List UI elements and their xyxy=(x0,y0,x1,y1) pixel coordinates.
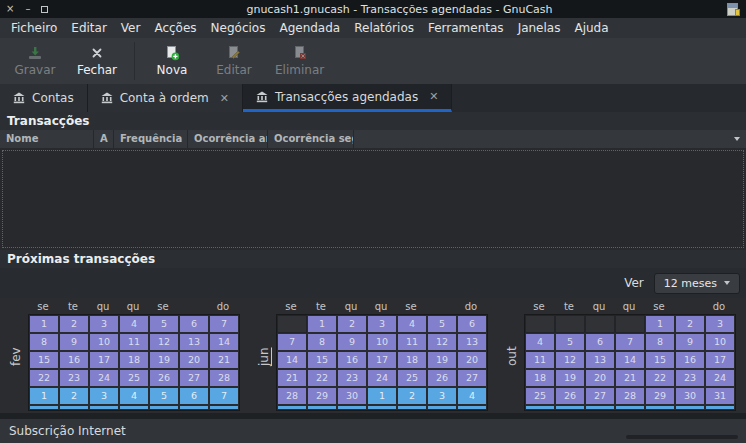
tab-transaccoes-agendadas[interactable]: Transacções agendadas ✕ xyxy=(243,84,452,112)
calendar-day-cell[interactable]: 13 xyxy=(179,333,209,351)
calendar-day-cell[interactable]: 14 xyxy=(615,351,645,369)
calendar-day-cell[interactable]: 2 xyxy=(59,315,89,333)
calendar-day-cell[interactable]: 6 xyxy=(179,387,209,405)
calendar-day-cell[interactable]: 15 xyxy=(29,351,59,369)
calendar-day-cell[interactable]: 22 xyxy=(307,369,337,387)
calendar-day-cell[interactable]: 3 xyxy=(705,315,735,333)
calendar-day-cell[interactable]: 19 xyxy=(149,351,179,369)
calendar-day-cell[interactable]: 1 xyxy=(29,387,59,405)
calendar-day-cell[interactable]: 12 xyxy=(555,351,585,369)
calendar-day-cell[interactable]: 15 xyxy=(645,351,675,369)
calendar-day-cell[interactable]: 18 xyxy=(397,351,427,369)
calendar-day-cell[interactable]: 11 xyxy=(397,333,427,351)
menu-ferramentas[interactable]: Ferramentas xyxy=(421,18,511,38)
calendar-day-cell[interactable]: 23 xyxy=(59,369,89,387)
calendar-day-cell[interactable]: 6 xyxy=(457,315,487,333)
calendar-day-cell[interactable]: 28 xyxy=(277,387,307,405)
calendar-day-cell[interactable]: 22 xyxy=(645,369,675,387)
new-transaction-button[interactable]: Nova xyxy=(141,38,203,84)
calendar-day-cell[interactable]: 24 xyxy=(89,369,119,387)
column-header-a[interactable]: A xyxy=(94,130,114,148)
window-minimize-button[interactable]: – xyxy=(25,4,30,14)
calendar-day-cell[interactable]: 17 xyxy=(367,351,397,369)
calendar-day-cell[interactable]: 26 xyxy=(427,369,457,387)
calendar-day-cell[interactable]: 25 xyxy=(525,387,555,405)
calendar-day-cell[interactable]: 19 xyxy=(427,351,457,369)
tab-close-icon[interactable]: ✕ xyxy=(429,90,438,103)
calendar-day-cell[interactable]: 22 xyxy=(29,369,59,387)
calendar-day-cell[interactable]: 4 xyxy=(457,387,487,405)
tab-close-icon[interactable]: ✕ xyxy=(220,92,229,105)
calendar-day-cell[interactable]: 15 xyxy=(307,351,337,369)
calendar-day-cell[interactable]: 5 xyxy=(149,315,179,333)
transactions-list[interactable] xyxy=(0,148,746,250)
tab-contas[interactable]: Contas xyxy=(0,84,88,112)
close-tab-button[interactable]: Fechar xyxy=(66,38,128,84)
calendar-day-cell[interactable]: 21 xyxy=(277,369,307,387)
calendar-day-cell[interactable]: 4 xyxy=(119,387,149,405)
menu-editar[interactable]: Editar xyxy=(64,18,114,38)
calendar-day-cell[interactable]: 17 xyxy=(705,351,735,369)
calendar-day-cell[interactable]: 28 xyxy=(209,369,239,387)
calendar-day-cell[interactable]: 11 xyxy=(525,351,555,369)
calendar-day-cell[interactable]: 2 xyxy=(675,315,705,333)
calendar-day-cell[interactable]: 6 xyxy=(585,333,615,351)
calendar-day-cell[interactable]: 23 xyxy=(337,369,367,387)
calendar-day-cell[interactable]: 14 xyxy=(209,333,239,351)
calendar-day-cell[interactable]: 21 xyxy=(615,369,645,387)
calendar-day-cell[interactable]: 3 xyxy=(89,387,119,405)
calendar-day-cell[interactable]: 10 xyxy=(705,333,735,351)
column-header-nome[interactable]: Nome xyxy=(0,130,94,148)
calendar-day-cell[interactable]: 27 xyxy=(585,387,615,405)
calendar-day-cell[interactable]: 30 xyxy=(337,387,367,405)
column-header-frequencia[interactable]: Frequência xyxy=(114,130,188,148)
calendar-day-cell[interactable]: 29 xyxy=(645,387,675,405)
calendar-day-cell[interactable]: 24 xyxy=(705,369,735,387)
calendar-day-cell[interactable]: 30 xyxy=(675,387,705,405)
calendar-day-cell[interactable]: 11 xyxy=(119,333,149,351)
calendar-day-cell[interactable]: 25 xyxy=(119,369,149,387)
window-maximize-button[interactable] xyxy=(41,6,48,13)
calendar-day-cell[interactable]: 5 xyxy=(427,315,457,333)
menu-ver[interactable]: Ver xyxy=(114,18,148,38)
calendar-day-cell[interactable]: 16 xyxy=(337,351,367,369)
calendar-day-cell[interactable]: 20 xyxy=(457,351,487,369)
calendar-day-cell[interactable]: 21 xyxy=(209,351,239,369)
calendar-day-cell[interactable]: 4 xyxy=(525,333,555,351)
calendar-day-cell[interactable]: 25 xyxy=(397,369,427,387)
calendar-day-cell[interactable]: 2 xyxy=(397,387,427,405)
calendar-day-cell[interactable]: 5 xyxy=(149,387,179,405)
calendar-day-cell[interactable]: 7 xyxy=(615,333,645,351)
horizontal-scrollbar[interactable] xyxy=(626,435,738,439)
calendar-day-cell[interactable]: 13 xyxy=(457,333,487,351)
calendar-day-cell[interactable]: 24 xyxy=(367,369,397,387)
calendar-day-cell[interactable]: 12 xyxy=(427,333,457,351)
menu-ficheiro[interactable]: Ficheiro xyxy=(4,18,64,38)
menu-ajuda[interactable]: Ajuda xyxy=(567,18,615,38)
calendar-day-cell[interactable]: 13 xyxy=(585,351,615,369)
calendar-day-cell[interactable]: 3 xyxy=(89,315,119,333)
calendar-day-cell[interactable]: 27 xyxy=(457,369,487,387)
calendar-day-cell[interactable]: 28 xyxy=(615,387,645,405)
delete-transaction-button[interactable]: Eliminar xyxy=(265,38,334,84)
calendar-day-cell[interactable]: 19 xyxy=(555,369,585,387)
calendar-day-cell[interactable]: 8 xyxy=(307,333,337,351)
calendar-day-cell[interactable]: 18 xyxy=(525,369,555,387)
calendar-day-cell[interactable]: 4 xyxy=(397,315,427,333)
calendar-day-cell[interactable]: 31 xyxy=(705,387,735,405)
calendar-day-cell[interactable]: 1 xyxy=(367,387,397,405)
calendar-day-cell[interactable]: 1 xyxy=(307,315,337,333)
calendar-day-cell[interactable]: 1 xyxy=(29,315,59,333)
calendar-day-cell[interactable]: 4 xyxy=(119,315,149,333)
edit-transaction-button[interactable]: Editar xyxy=(203,38,265,84)
view-range-dropdown[interactable]: 12 meses xyxy=(654,273,740,294)
column-header-ocorrencia-seguinte[interactable]: Ocorrência seguinte xyxy=(268,130,354,148)
calendar-day-cell[interactable]: 3 xyxy=(427,387,457,405)
tab-conta-a-ordem[interactable]: Conta à ordem ✕ xyxy=(88,84,243,112)
calendar-day-cell[interactable]: 29 xyxy=(307,387,337,405)
calendar-day-cell[interactable]: 5 xyxy=(555,333,585,351)
menu-agendada[interactable]: Agendada xyxy=(272,18,347,38)
calendar-day-cell[interactable]: 26 xyxy=(555,387,585,405)
menu-relatorios[interactable]: Relatórios xyxy=(347,18,421,38)
calendar-day-cell[interactable]: 10 xyxy=(367,333,397,351)
